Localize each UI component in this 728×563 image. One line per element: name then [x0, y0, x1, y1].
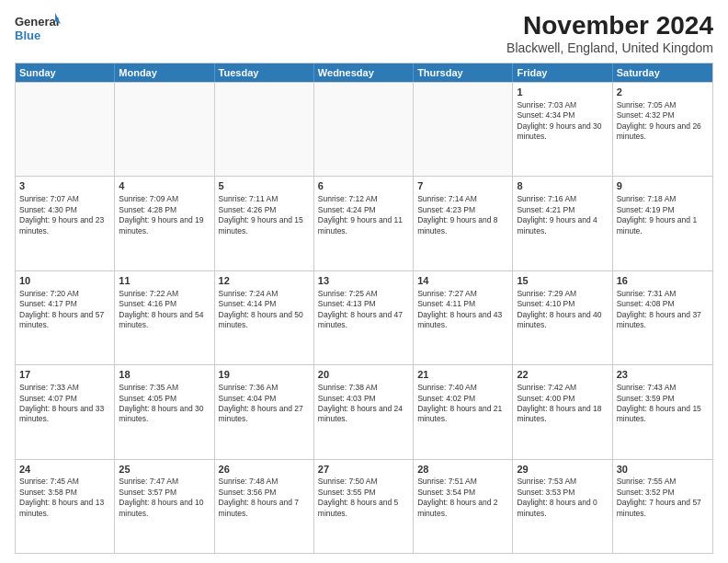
cal-cell: 16Sunrise: 7:31 AMSunset: 4:08 PMDayligh…: [613, 271, 712, 364]
day-number: 18: [119, 368, 210, 382]
cal-cell: 27Sunrise: 7:50 AMSunset: 3:55 PMDayligh…: [314, 460, 414, 553]
cal-cell: [314, 83, 414, 176]
day-info: Daylight: 8 hours and 0 minutes.: [517, 498, 608, 519]
day-info: Sunset: 3:53 PM: [517, 488, 608, 498]
day-info: Sunset: 4:14 PM: [219, 299, 310, 309]
day-info: Sunset: 4:26 PM: [219, 205, 310, 215]
day-number: 3: [19, 179, 110, 193]
svg-text:Blue: Blue: [15, 29, 40, 42]
day-info: Sunrise: 7:16 AM: [517, 194, 608, 204]
day-info: Sunrise: 7:11 AM: [219, 194, 310, 204]
day-info: Sunrise: 7:36 AM: [219, 383, 310, 393]
day-info: Daylight: 8 hours and 21 minutes.: [417, 404, 508, 425]
main-title: November 2024: [506, 11, 713, 40]
day-info: Daylight: 8 hours and 50 minutes.: [219, 310, 310, 331]
day-number: 7: [417, 179, 508, 193]
cal-cell: 24Sunrise: 7:45 AMSunset: 3:58 PMDayligh…: [16, 460, 115, 553]
cal-cell: 6Sunrise: 7:12 AMSunset: 4:24 PMDaylight…: [314, 177, 414, 270]
day-info: Daylight: 8 hours and 5 minutes.: [318, 498, 409, 519]
cal-row-4: 24Sunrise: 7:45 AMSunset: 3:58 PMDayligh…: [16, 459, 712, 553]
day-info: Daylight: 9 hours and 30 minutes.: [517, 121, 608, 143]
day-number: 1: [517, 86, 608, 99]
day-info: Sunset: 3:57 PM: [119, 488, 210, 498]
day-info: Daylight: 8 hours and 2 minutes.: [417, 498, 508, 519]
cal-row-0: 1Sunrise: 7:03 AMSunset: 4:34 PMDaylight…: [16, 82, 712, 176]
day-number: 6: [318, 179, 409, 193]
day-info: Sunrise: 7:53 AM: [517, 477, 608, 487]
day-info: Sunrise: 7:40 AM: [417, 383, 508, 393]
cal-cell: 18Sunrise: 7:35 AMSunset: 4:05 PMDayligh…: [115, 365, 214, 458]
day-number: 19: [219, 368, 310, 382]
day-info: Sunset: 4:00 PM: [517, 394, 608, 404]
cal-cell: 5Sunrise: 7:11 AMSunset: 4:26 PMDaylight…: [215, 177, 314, 270]
day-info: Sunset: 3:52 PM: [617, 488, 709, 498]
day-info: Sunrise: 7:03 AM: [517, 100, 608, 110]
cal-cell: 10Sunrise: 7:20 AMSunset: 4:17 PMDayligh…: [16, 271, 115, 364]
day-info: Sunrise: 7:07 AM: [19, 194, 110, 204]
day-info: Daylight: 9 hours and 1 minute.: [617, 215, 709, 236]
day-info: Sunrise: 7:43 AM: [617, 383, 709, 393]
day-number: 11: [119, 274, 210, 288]
day-info: Sunrise: 7:45 AM: [19, 477, 110, 487]
cal-cell: 21Sunrise: 7:40 AMSunset: 4:02 PMDayligh…: [414, 365, 513, 458]
day-number: 22: [517, 368, 608, 382]
day-number: 10: [19, 274, 110, 288]
day-info: Sunset: 4:19 PM: [617, 205, 709, 215]
calendar: SundayMondayTuesdayWednesdayThursdayFrid…: [15, 63, 713, 554]
cal-cell: 9Sunrise: 7:18 AMSunset: 4:19 PMDaylight…: [613, 177, 712, 270]
cal-cell: 15Sunrise: 7:29 AMSunset: 4:10 PMDayligh…: [513, 271, 612, 364]
day-info: Sunrise: 7:29 AM: [517, 289, 608, 299]
day-info: Sunrise: 7:31 AM: [617, 289, 709, 299]
col-header-monday: Monday: [115, 63, 214, 82]
day-info: Daylight: 8 hours and 7 minutes.: [219, 498, 310, 519]
day-info: Daylight: 8 hours and 40 minutes.: [517, 310, 608, 331]
day-info: Sunrise: 7:25 AM: [318, 289, 409, 299]
day-info: Sunrise: 7:38 AM: [318, 383, 409, 393]
col-header-saturday: Saturday: [613, 63, 712, 82]
day-info: Sunrise: 7:51 AM: [417, 477, 508, 487]
day-number: 15: [517, 274, 608, 288]
day-info: Sunrise: 7:48 AM: [219, 477, 310, 487]
day-number: 4: [119, 179, 210, 193]
day-info: Daylight: 8 hours and 54 minutes.: [119, 310, 210, 331]
day-info: Daylight: 8 hours and 10 minutes.: [119, 498, 210, 519]
cal-cell: [414, 83, 513, 176]
cal-cell: 20Sunrise: 7:38 AMSunset: 4:03 PMDayligh…: [314, 365, 414, 458]
day-number: 5: [219, 179, 310, 193]
cal-cell: 26Sunrise: 7:48 AMSunset: 3:56 PMDayligh…: [215, 460, 314, 553]
day-info: Sunrise: 7:18 AM: [617, 194, 709, 204]
day-info: Sunset: 4:28 PM: [119, 205, 210, 215]
day-number: 27: [318, 463, 409, 477]
day-info: Sunrise: 7:20 AM: [19, 289, 110, 299]
day-info: Sunrise: 7:27 AM: [417, 289, 508, 299]
calendar-body: 1Sunrise: 7:03 AMSunset: 4:34 PMDaylight…: [16, 82, 712, 553]
logo: General Blue: [15, 11, 61, 46]
day-info: Daylight: 8 hours and 27 minutes.: [219, 404, 310, 425]
day-info: Sunset: 3:56 PM: [219, 488, 310, 498]
cal-row-3: 17Sunrise: 7:33 AMSunset: 4:07 PMDayligh…: [16, 364, 712, 458]
cal-cell: 19Sunrise: 7:36 AMSunset: 4:04 PMDayligh…: [215, 365, 314, 458]
day-info: Sunset: 4:30 PM: [19, 205, 110, 215]
day-info: Sunrise: 7:33 AM: [19, 383, 110, 393]
day-number: 2: [617, 86, 709, 99]
cal-cell: 13Sunrise: 7:25 AMSunset: 4:13 PMDayligh…: [314, 271, 414, 364]
cal-cell: [16, 83, 115, 176]
day-number: 9: [617, 179, 709, 193]
cal-cell: [115, 83, 214, 176]
day-info: Sunrise: 7:42 AM: [517, 383, 608, 393]
day-number: 25: [119, 463, 210, 477]
cal-cell: 17Sunrise: 7:33 AMSunset: 4:07 PMDayligh…: [16, 365, 115, 458]
cal-cell: 7Sunrise: 7:14 AMSunset: 4:23 PMDaylight…: [414, 177, 513, 270]
day-info: Sunset: 4:21 PM: [517, 205, 608, 215]
header: General Blue November 2024 Blackwell, En…: [15, 11, 713, 55]
day-info: Sunset: 4:32 PM: [617, 110, 709, 121]
cal-cell: 8Sunrise: 7:16 AMSunset: 4:21 PMDaylight…: [513, 177, 612, 270]
day-info: Daylight: 9 hours and 8 minutes.: [417, 215, 508, 236]
title-block: November 2024 Blackwell, England, United…: [506, 11, 713, 55]
day-info: Daylight: 8 hours and 57 minutes.: [19, 310, 110, 331]
day-number: 21: [417, 368, 508, 382]
day-info: Sunset: 4:02 PM: [417, 394, 508, 404]
day-info: Daylight: 8 hours and 47 minutes.: [318, 310, 409, 331]
day-info: Sunset: 4:03 PM: [318, 394, 409, 404]
day-info: Daylight: 9 hours and 4 minutes.: [517, 215, 608, 236]
